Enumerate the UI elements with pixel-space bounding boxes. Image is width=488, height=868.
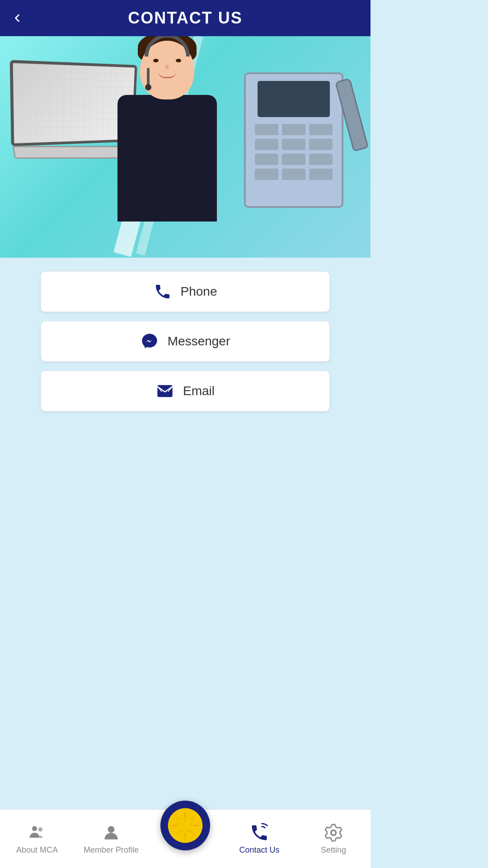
- svg-point-17: [180, 820, 191, 831]
- hero-image: [0, 36, 371, 258]
- phone-label: Phone: [181, 284, 217, 299]
- deskphone-decoration: [244, 72, 357, 226]
- mca-star-icon: [167, 807, 203, 844]
- page-title: CONTACT US: [128, 9, 242, 28]
- nav-contact-us[interactable]: Contact Us: [222, 823, 296, 855]
- svg-rect-0: [157, 385, 172, 397]
- back-button[interactable]: [11, 12, 23, 24]
- nav-about-mca[interactable]: About MCA: [0, 823, 74, 855]
- nav-mca-logo[interactable]: [148, 801, 222, 850]
- messenger-contact-card[interactable]: Messenger: [41, 321, 330, 362]
- bottom-navigation: About MCA Member Profile: [0, 809, 371, 868]
- phone-contact-card[interactable]: Phone: [41, 271, 330, 312]
- nav-member-profile[interactable]: Member Profile: [74, 823, 148, 855]
- nav-about-mca-label: About MCA: [16, 845, 58, 855]
- header: CONTACT US: [0, 0, 371, 36]
- gear-icon: [324, 823, 343, 843]
- mca-logo-button[interactable]: [160, 801, 210, 850]
- nav-member-profile-label: Member Profile: [84, 845, 139, 855]
- svg-point-3: [32, 826, 37, 831]
- email-label: Email: [183, 384, 215, 398]
- svg-point-4: [38, 827, 42, 831]
- cs-rep-figure: [90, 41, 244, 258]
- email-contact-card[interactable]: Email: [41, 371, 330, 411]
- contact-phone-icon: [249, 823, 269, 843]
- nav-setting-label: Setting: [321, 845, 346, 855]
- nav-contact-us-label: Contact Us: [239, 845, 279, 855]
- svg-point-18: [331, 830, 336, 835]
- messenger-label: Messenger: [168, 334, 230, 349]
- messenger-icon: [141, 332, 159, 350]
- person-icon: [101, 823, 121, 843]
- svg-point-5: [108, 826, 115, 833]
- phone-icon: [154, 283, 172, 301]
- contact-options-list: Phone Messenger Email: [0, 258, 371, 434]
- email-icon: [156, 382, 174, 400]
- people-icon: [27, 823, 47, 843]
- nav-setting[interactable]: Setting: [296, 823, 371, 855]
